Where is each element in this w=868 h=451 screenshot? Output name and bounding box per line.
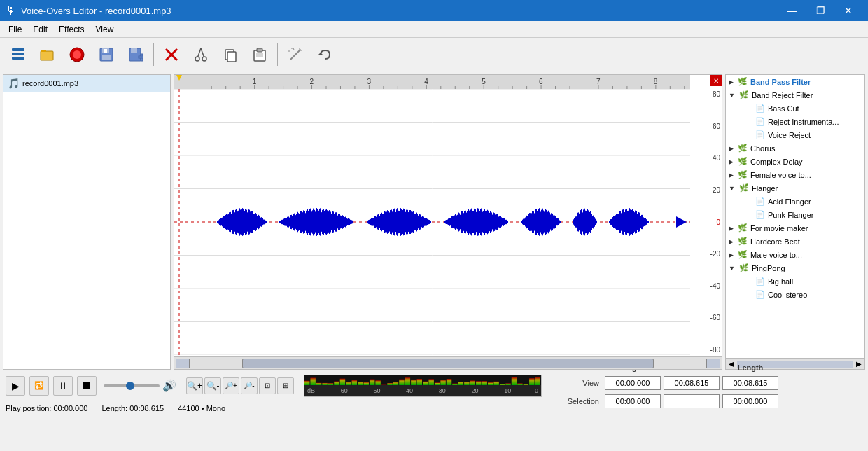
expand-icon: ▶: [729, 238, 734, 245]
file-panel: 🎵 record0001.mp3: [3, 74, 171, 370]
preset-label: Band Reject Filter: [752, 91, 813, 99]
preset-label: Band Pass Filter: [750, 78, 811, 86]
preset-flanger[interactable]: ▼ 🌿 Flanger: [726, 181, 864, 195]
zoom-out-v-button[interactable]: 🔎-: [241, 377, 258, 394]
view-label: View: [557, 379, 599, 387]
copy-button[interactable]: [216, 41, 244, 69]
preset-cool-stereo[interactable]: 📄 Cool stereo: [726, 288, 864, 301]
preset-bass-cut[interactable]: 📄 Bass Cut: [726, 102, 864, 115]
mute-button[interactable]: 🔊: [162, 379, 176, 392]
preset-label: Flanger: [752, 184, 778, 193]
preset-label: Male voice to...: [750, 251, 802, 259]
save-as-button[interactable]: [122, 41, 150, 69]
preset-for-movie-maker[interactable]: ▶ 🌿 For movie maker: [726, 221, 864, 235]
maximize-button[interactable]: ❐: [806, 0, 834, 21]
loop-button[interactable]: 🔁: [29, 376, 49, 396]
preset-band-reject-filter[interactable]: ▼ 🌿 Band Reject Filter: [726, 88, 864, 102]
svg-rect-2: [12, 57, 24, 60]
waveform-close-button[interactable]: ✕: [710, 75, 722, 86]
sel-length-field[interactable]: [722, 394, 778, 408]
file-icon: 📄: [755, 130, 765, 139]
time-info-panel: Begin End Length View Selection: [557, 363, 778, 408]
file-length: Length: 00:08.615: [102, 404, 164, 412]
zoom-in-h-button[interactable]: 🔍+: [186, 377, 203, 394]
expand-icon: ▼: [729, 185, 735, 192]
play-button[interactable]: ▶: [6, 376, 25, 396]
minimize-button[interactable]: —: [778, 0, 806, 21]
horizontal-scrollbar[interactable]: [174, 356, 722, 369]
wand-button[interactable]: [281, 41, 309, 69]
delete-button[interactable]: [158, 41, 186, 69]
zoom-out-h-button[interactable]: 🔍-: [204, 377, 221, 394]
undo-button[interactable]: [311, 41, 339, 69]
expand-icon: ▼: [729, 92, 735, 99]
view-end-field[interactable]: [664, 376, 720, 390]
pause-button[interactable]: ⏸: [53, 376, 73, 396]
zoom-reset-button[interactable]: ⊞: [277, 377, 294, 394]
preset-hardcore-beat[interactable]: ▶ 🌿 Hardcore Beat: [726, 235, 864, 248]
preset-pingpong[interactable]: ▼ 🌿 PingPong: [726, 261, 864, 275]
folder-icon: 🌿: [738, 250, 748, 259]
zoom-fit-button[interactable]: ⊡: [259, 377, 276, 394]
track-icon: 🎵: [8, 78, 20, 89]
cut-button[interactable]: [187, 41, 215, 69]
folder-icon: 🌿: [738, 77, 748, 86]
preset-female-voice[interactable]: ▶ 🌿 Female voice to...: [726, 168, 864, 181]
expand-icon: ▶: [729, 251, 734, 258]
zoom-in-v-button[interactable]: 🔎+: [223, 377, 239, 394]
folder-icon: 🌿: [739, 263, 749, 272]
preset-punk-flanger[interactable]: 📄 Punk Flanger: [726, 208, 864, 221]
paste-button[interactable]: [246, 41, 274, 69]
volume-slider[interactable]: [104, 384, 160, 387]
svg-rect-24: [257, 48, 262, 52]
open-button[interactable]: [34, 41, 62, 69]
svg-line-27: [290, 50, 300, 60]
selection-label: Selection: [557, 397, 599, 405]
file-icon: 📄: [755, 104, 765, 113]
preset-acid-flanger[interactable]: 📄 Acid Flanger: [726, 195, 864, 208]
record-button[interactable]: [63, 41, 91, 69]
titlebar: 🎙 Voice-Overs Editor - record0001.mp3 — …: [0, 0, 868, 21]
file-icon: 📄: [755, 290, 765, 299]
scroll-right-btn[interactable]: ▶: [856, 360, 862, 368]
file-icon: 📄: [755, 197, 765, 206]
select-tool-button[interactable]: [4, 41, 32, 69]
app-icon: 🎙: [6, 4, 17, 17]
preset-label: Cool stereo: [768, 291, 807, 299]
sel-begin-field[interactable]: [605, 394, 661, 408]
spectrum-canvas: [304, 375, 541, 385]
preset-chorus[interactable]: ▶ 🌿 Chorus: [726, 141, 864, 155]
save-button[interactable]: [92, 41, 120, 69]
menubar: File Edit Effects View: [0, 21, 868, 38]
svg-point-6: [73, 50, 81, 59]
preset-voice-reject[interactable]: 📄 Voice Reject: [726, 128, 864, 141]
menu-file[interactable]: File: [3, 23, 27, 36]
stop-button[interactable]: ⏹: [77, 376, 97, 396]
view-begin-field[interactable]: [605, 376, 661, 390]
window-controls: — ❐ ✕: [778, 0, 862, 21]
preset-reject-instrumental[interactable]: 📄 Reject Instrumenta...: [726, 115, 864, 128]
transport-bar: ▶ 🔁 ⏸ ⏹ 🔊 🔍+ 🔍- 🔎+ 🔎- ⊡ ⊞ dB -60 -50 -40…: [0, 373, 868, 398]
view-length-field[interactable]: [722, 376, 778, 390]
menu-view[interactable]: View: [90, 23, 120, 36]
svg-rect-10: [104, 49, 107, 53]
preset-label: Bass Cut: [768, 104, 799, 113]
svg-line-19: [198, 48, 202, 57]
preset-male-voice[interactable]: ▶ 🌿 Male voice to...: [726, 248, 864, 261]
track-item[interactable]: 🎵 record0001.mp3: [4, 75, 170, 92]
audio-format: 44100 • Mono: [178, 404, 225, 412]
preset-band-pass-filter[interactable]: ▶ 🌿 Band Pass Filter: [726, 75, 864, 88]
toolbar: [0, 38, 868, 71]
sel-end-field[interactable]: [664, 394, 720, 408]
close-button[interactable]: ✕: [834, 0, 862, 21]
waveform-canvas[interactable]: [174, 89, 690, 355]
effects-list: ▶ 🌿 Band Pass Filter ▼ 🌿 Band Reject Fil…: [726, 75, 864, 358]
preset-complex-delay[interactable]: ▶ 🌿 Complex Delay: [726, 155, 864, 168]
preset-big-hall[interactable]: 📄 Big hall: [726, 275, 864, 288]
file-icon: 📄: [755, 210, 765, 219]
menu-edit[interactable]: Edit: [27, 23, 53, 36]
svg-rect-1: [12, 53, 24, 55]
svg-rect-3: [41, 51, 53, 60]
menu-effects[interactable]: Effects: [53, 23, 90, 36]
folder-icon: 🌿: [738, 237, 748, 246]
